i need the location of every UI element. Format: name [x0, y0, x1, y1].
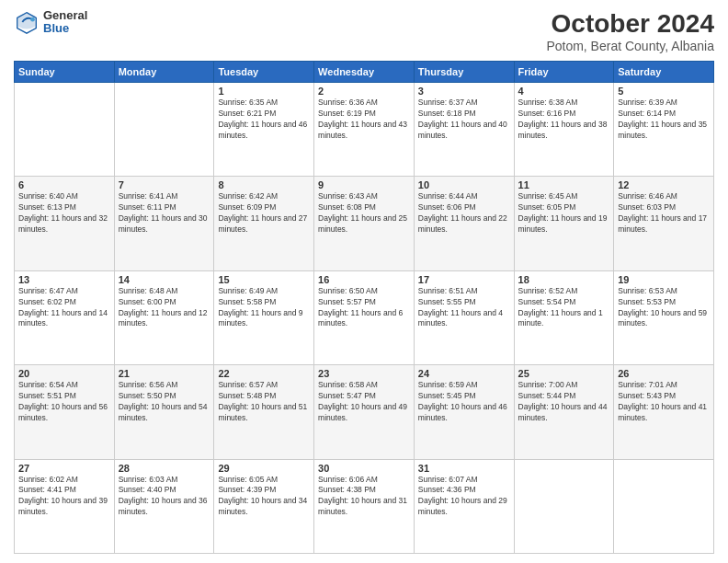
table-cell: 25Sunrise: 7:00 AM Sunset: 5:44 PM Dayli… [514, 365, 614, 459]
day-info: Sunrise: 6:06 AM Sunset: 4:38 PM Dayligh… [318, 475, 410, 519]
day-number: 2 [318, 86, 410, 97]
table-cell: 8Sunrise: 6:42 AM Sunset: 6:09 PM Daylig… [214, 177, 314, 270]
day-info: Sunrise: 6:40 AM Sunset: 6:13 PM Dayligh… [18, 191, 110, 236]
table-cell: 13Sunrise: 6:47 AM Sunset: 6:02 PM Dayli… [15, 270, 115, 364]
day-info: Sunrise: 6:46 AM Sunset: 6:03 PM Dayligh… [618, 191, 710, 236]
day-info: Sunrise: 7:00 AM Sunset: 5:44 PM Dayligh… [518, 380, 610, 424]
calendar-table: Sunday Monday Tuesday Wednesday Thursday… [14, 61, 714, 554]
logo: General Blue [14, 9, 87, 36]
day-info: Sunrise: 6:45 AM Sunset: 6:05 PM Dayligh… [518, 191, 610, 236]
day-info: Sunrise: 6:49 AM Sunset: 5:58 PM Dayligh… [218, 286, 310, 330]
table-cell: 14Sunrise: 6:48 AM Sunset: 6:00 PM Dayli… [114, 270, 214, 364]
day-number: 6 [18, 179, 110, 190]
table-cell: 26Sunrise: 7:01 AM Sunset: 5:43 PM Dayli… [614, 365, 714, 459]
day-number: 8 [218, 179, 310, 190]
day-info: Sunrise: 6:56 AM Sunset: 5:50 PM Dayligh… [119, 380, 210, 424]
day-number: 31 [418, 463, 510, 474]
day-number: 21 [119, 368, 210, 379]
day-info: Sunrise: 7:01 AM Sunset: 5:43 PM Dayligh… [618, 380, 710, 424]
day-info: Sunrise: 6:58 AM Sunset: 5:47 PM Dayligh… [318, 380, 410, 424]
day-number: 10 [418, 179, 510, 190]
title-section: October 2024 Potom, Berat County, Albani… [546, 9, 714, 53]
page-header: General Blue October 2024 Potom, Berat C… [14, 9, 714, 53]
day-info: Sunrise: 6:50 AM Sunset: 5:57 PM Dayligh… [318, 286, 410, 330]
table-cell: 5Sunrise: 6:39 AM Sunset: 6:14 PM Daylig… [614, 83, 714, 177]
day-number: 28 [119, 463, 210, 474]
day-number: 20 [18, 368, 110, 379]
day-info: Sunrise: 6:53 AM Sunset: 5:53 PM Dayligh… [618, 286, 710, 330]
col-thursday: Thursday [414, 62, 514, 83]
logo-general-text: General [43, 9, 87, 22]
week-row-2: 13Sunrise: 6:47 AM Sunset: 6:02 PM Dayli… [15, 270, 714, 364]
table-cell: 16Sunrise: 6:50 AM Sunset: 5:57 PM Dayli… [314, 270, 415, 364]
week-row-1: 6Sunrise: 6:40 AM Sunset: 6:13 PM Daylig… [15, 177, 714, 270]
week-row-0: 1Sunrise: 6:35 AM Sunset: 6:21 PM Daylig… [15, 83, 714, 177]
table-cell: 9Sunrise: 6:43 AM Sunset: 6:08 PM Daylig… [314, 177, 415, 270]
calendar-header-row: Sunday Monday Tuesday Wednesday Thursday… [15, 62, 714, 83]
day-info: Sunrise: 6:59 AM Sunset: 5:45 PM Dayligh… [418, 380, 510, 424]
day-number: 3 [418, 86, 510, 97]
day-number: 29 [218, 463, 310, 474]
day-info: Sunrise: 6:03 AM Sunset: 4:40 PM Dayligh… [119, 475, 210, 519]
day-info: Sunrise: 6:42 AM Sunset: 6:09 PM Dayligh… [218, 191, 310, 236]
week-row-4: 27Sunrise: 6:02 AM Sunset: 4:41 PM Dayli… [15, 459, 714, 553]
day-info: Sunrise: 6:52 AM Sunset: 5:54 PM Dayligh… [518, 286, 610, 330]
day-info: Sunrise: 6:41 AM Sunset: 6:11 PM Dayligh… [119, 191, 210, 236]
day-number: 26 [618, 368, 710, 379]
day-info: Sunrise: 6:38 AM Sunset: 6:16 PM Dayligh… [518, 98, 610, 142]
table-cell: 28Sunrise: 6:03 AM Sunset: 4:40 PM Dayli… [114, 459, 214, 553]
table-cell: 24Sunrise: 6:59 AM Sunset: 5:45 PM Dayli… [414, 365, 514, 459]
week-row-3: 20Sunrise: 6:54 AM Sunset: 5:51 PM Dayli… [15, 365, 714, 459]
table-cell: 21Sunrise: 6:56 AM Sunset: 5:50 PM Dayli… [114, 365, 214, 459]
table-cell [114, 83, 214, 177]
day-number: 7 [119, 179, 210, 190]
day-info: Sunrise: 6:36 AM Sunset: 6:19 PM Dayligh… [318, 98, 410, 142]
day-number: 9 [318, 179, 410, 190]
day-info: Sunrise: 6:05 AM Sunset: 4:39 PM Dayligh… [218, 475, 310, 519]
day-number: 16 [318, 274, 410, 285]
col-tuesday: Tuesday [214, 62, 314, 83]
table-cell: 31Sunrise: 6:07 AM Sunset: 4:36 PM Dayli… [414, 459, 514, 553]
day-info: Sunrise: 6:37 AM Sunset: 6:18 PM Dayligh… [418, 98, 510, 142]
day-info: Sunrise: 6:47 AM Sunset: 6:02 PM Dayligh… [18, 286, 110, 330]
col-friday: Friday [514, 62, 614, 83]
col-wednesday: Wednesday [314, 62, 415, 83]
month-title: October 2024 [546, 9, 714, 39]
day-number: 4 [518, 86, 610, 97]
table-cell: 22Sunrise: 6:57 AM Sunset: 5:48 PM Dayli… [214, 365, 314, 459]
day-number: 23 [318, 368, 410, 379]
table-cell: 17Sunrise: 6:51 AM Sunset: 5:55 PM Dayli… [414, 270, 514, 364]
logo-blue-text: Blue [43, 22, 87, 35]
day-info: Sunrise: 6:43 AM Sunset: 6:08 PM Dayligh… [318, 191, 410, 236]
day-number: 18 [518, 274, 610, 285]
table-cell: 12Sunrise: 6:46 AM Sunset: 6:03 PM Dayli… [614, 177, 714, 270]
table-cell [15, 83, 115, 177]
table-cell: 19Sunrise: 6:53 AM Sunset: 5:53 PM Dayli… [614, 270, 714, 364]
day-info: Sunrise: 6:02 AM Sunset: 4:41 PM Dayligh… [18, 475, 110, 519]
col-sunday: Sunday [15, 62, 115, 83]
day-number: 25 [518, 368, 610, 379]
table-cell: 6Sunrise: 6:40 AM Sunset: 6:13 PM Daylig… [15, 177, 115, 270]
day-number: 11 [518, 179, 610, 190]
day-number: 24 [418, 368, 510, 379]
day-number: 17 [418, 274, 510, 285]
day-number: 27 [18, 463, 110, 474]
day-info: Sunrise: 6:51 AM Sunset: 5:55 PM Dayligh… [418, 286, 510, 330]
table-cell: 4Sunrise: 6:38 AM Sunset: 6:16 PM Daylig… [514, 83, 614, 177]
table-cell: 3Sunrise: 6:37 AM Sunset: 6:18 PM Daylig… [414, 83, 514, 177]
day-info: Sunrise: 6:07 AM Sunset: 4:36 PM Dayligh… [418, 475, 510, 519]
table-cell: 30Sunrise: 6:06 AM Sunset: 4:38 PM Dayli… [314, 459, 415, 553]
table-cell: 27Sunrise: 6:02 AM Sunset: 4:41 PM Dayli… [15, 459, 115, 553]
col-monday: Monday [114, 62, 214, 83]
day-number: 30 [318, 463, 410, 474]
day-number: 12 [618, 179, 710, 190]
table-cell: 10Sunrise: 6:44 AM Sunset: 6:06 PM Dayli… [414, 177, 514, 270]
day-info: Sunrise: 6:54 AM Sunset: 5:51 PM Dayligh… [18, 380, 110, 424]
day-info: Sunrise: 6:35 AM Sunset: 6:21 PM Dayligh… [218, 98, 310, 142]
logo-icon [14, 9, 40, 35]
svg-point-0 [30, 17, 35, 22]
location-title: Potom, Berat County, Albania [546, 39, 714, 53]
day-number: 13 [18, 274, 110, 285]
table-cell: 15Sunrise: 6:49 AM Sunset: 5:58 PM Dayli… [214, 270, 314, 364]
day-info: Sunrise: 6:44 AM Sunset: 6:06 PM Dayligh… [418, 191, 510, 236]
